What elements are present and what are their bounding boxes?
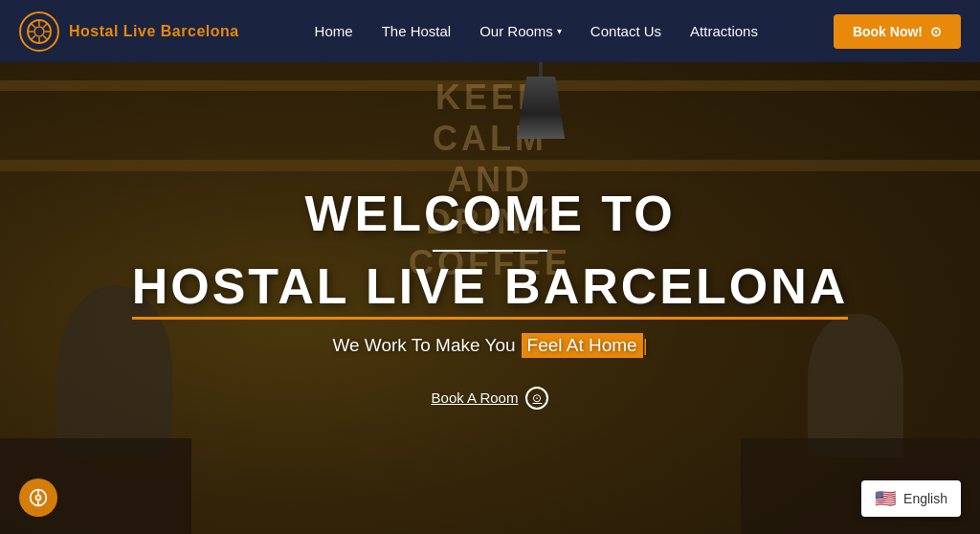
svg-point-1	[34, 27, 44, 36]
svg-line-8	[43, 23, 47, 27]
hero-divider	[433, 250, 547, 252]
nav-link-home[interactable]: Home	[315, 23, 353, 39]
nav-item-contact-us[interactable]: Contact Us	[590, 23, 661, 40]
book-a-room-link[interactable]: Book A Room ⊙	[432, 387, 549, 410]
circle-arrow-icon: ⊙	[930, 24, 942, 39]
subtitle-highlight: Feel At Home	[522, 333, 643, 358]
nav-link-attractions[interactable]: Attractions	[690, 23, 758, 39]
chevron-down-icon: ▾	[557, 26, 562, 36]
book-a-room-label: Book A Room	[432, 389, 519, 406]
navbar: Hostal Live Barcelona Home The Hostal Ou…	[0, 0, 980, 62]
language-label: English	[903, 491, 947, 506]
nav-item-home[interactable]: Home	[315, 23, 353, 40]
svg-line-6	[32, 23, 35, 27]
hero-welcome-text: WELCOME TO	[304, 187, 675, 241]
hero-subtitle: We Work To Make You Feel At Home |	[332, 333, 647, 358]
book-now-button[interactable]: Book Now! ⊙	[834, 14, 961, 49]
hero-section: KEEPCALMANDDRINKCOFFEE WELCOME TO HOSTAL…	[0, 0, 980, 534]
nav-item-our-rooms[interactable]: Our Rooms ▾	[479, 23, 562, 39]
nav-link-contact-us[interactable]: Contact Us	[590, 23, 661, 39]
scroll-button[interactable]	[19, 478, 57, 517]
flag-icon: 🇺🇸	[875, 488, 896, 509]
nav-links: Home The Hostal Our Rooms ▾ Contact Us A…	[315, 23, 758, 40]
circle-arrow-icon: ⊙	[525, 387, 548, 410]
svg-line-7	[43, 35, 47, 39]
subtitle-cursor: |	[643, 335, 648, 356]
svg-line-9	[32, 35, 35, 39]
svg-point-14	[36, 496, 39, 499]
brand-name: Hostal Live Barcelona	[69, 23, 239, 40]
nav-item-the-hostal[interactable]: The Hostal	[382, 23, 452, 40]
nav-link-the-hostal[interactable]: The Hostal	[382, 23, 452, 39]
nav-item-attractions[interactable]: Attractions	[690, 23, 758, 40]
scroll-icon	[29, 488, 48, 507]
hero-hostal-text: HOSTAL LIVE BARCELONA	[132, 259, 849, 314]
orange-underline	[132, 317, 849, 320]
hero-content: WELCOME TO HOSTAL LIVE BARCELONA We Work…	[0, 62, 980, 534]
language-switcher[interactable]: 🇺🇸 English	[861, 480, 961, 517]
brand: Hostal Live Barcelona	[19, 11, 239, 52]
subtitle-static: We Work To Make You	[332, 335, 515, 356]
nav-link-our-rooms[interactable]: Our Rooms ▾	[479, 23, 562, 39]
logo	[19, 11, 59, 52]
